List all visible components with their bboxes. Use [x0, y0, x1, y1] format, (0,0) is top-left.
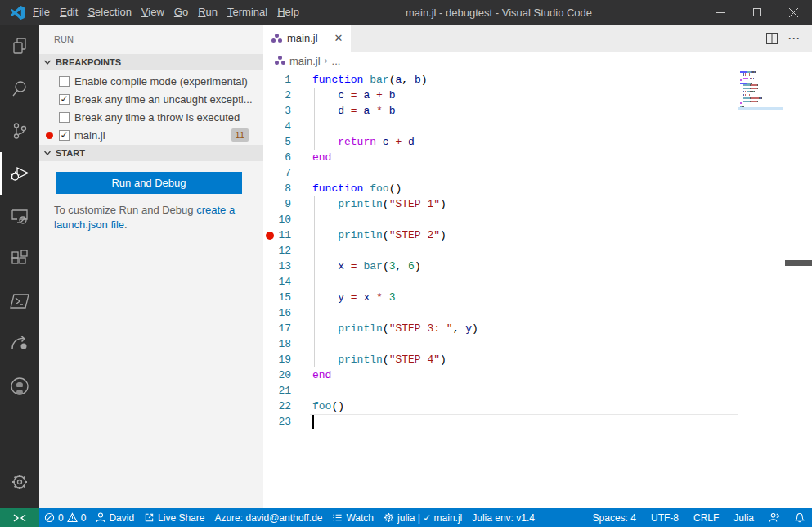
line-number: 21: [263, 383, 291, 399]
maximize-button[interactable]: [738, 0, 775, 25]
extensions-icon[interactable]: [0, 237, 39, 280]
code-line: 7: [263, 165, 812, 181]
code-line: 13 x = bar(3, 6): [263, 259, 812, 274]
current-line-highlight: [310, 414, 738, 430]
code-editor[interactable]: 1function bar(a, b)2 c = a + b3 d = a * …: [263, 70, 812, 508]
breakpoint-label: main.jl: [74, 129, 105, 142]
source-control-icon[interactable]: [0, 110, 39, 152]
code-line: 21: [263, 383, 812, 399]
remote-explorer-icon[interactable]: [0, 195, 39, 237]
code-line: 10: [263, 212, 812, 227]
checkbox[interactable]: ✓: [59, 130, 70, 141]
code-line: 5 return c + d: [263, 134, 812, 150]
powershell-terminal-icon[interactable]: [0, 280, 39, 322]
line-number: 6: [263, 150, 291, 165]
remote-icon: [13, 513, 26, 523]
checkbox[interactable]: [59, 112, 70, 123]
status-item-julia-env-v1-4[interactable]: Julia env: v1.4: [467, 508, 540, 527]
status-item-live-share[interactable]: Live Share: [139, 508, 209, 527]
checkbox[interactable]: ✓: [59, 94, 70, 105]
menu-selection[interactable]: Selection: [83, 0, 136, 25]
tab-bar: main.jl ✕ ⋯: [263, 25, 812, 52]
start-section-header[interactable]: START: [39, 145, 263, 161]
close-button[interactable]: [775, 0, 812, 25]
line-number: 16: [263, 305, 291, 321]
customize-hint: To customize Run and Debug create a laun…: [54, 203, 250, 232]
status-item-problems[interactable]: 00: [39, 508, 91, 527]
breakpoint-row[interactable]: ✓Break any time an uncaught excepti...: [39, 90, 263, 108]
status-item-azure-david-anthoff-de[interactable]: Azure: david@anthoff.de: [209, 508, 327, 527]
status-item-julia[interactable]: Julia: [726, 508, 761, 527]
breakpoint-dot-icon[interactable]: [266, 232, 274, 240]
code-text: function bar(a, b): [312, 72, 428, 88]
code-line: 16: [263, 305, 812, 321]
minimap-current-line: [738, 107, 783, 110]
status-item-gear[interactable]: julia | ✓ main.jl: [379, 508, 467, 527]
line-number: 2: [263, 88, 291, 103]
window-title: main.jl - debugtest - Visual Studio Code: [406, 7, 592, 19]
tab-main-jl[interactable]: main.jl ✕: [263, 25, 351, 52]
split-editor-icon[interactable]: [766, 33, 778, 44]
status-item-feedback[interactable]: [761, 508, 787, 527]
breakpoint-row[interactable]: Break any time a throw is executed: [39, 108, 263, 126]
breakpoint-row[interactable]: Enable compile mode (experimental): [39, 72, 263, 90]
github-icon[interactable]: [0, 365, 39, 408]
status-item-spaces-4[interactable]: Spaces: 4: [585, 508, 644, 527]
code-line: 14: [263, 274, 812, 290]
vscode-window: FileEditSelectionViewGoRunTerminalHelp m…: [0, 0, 812, 527]
run-and-debug-button[interactable]: Run and Debug: [56, 172, 242, 194]
breakpoint-row[interactable]: ✓main.jl11: [39, 126, 263, 144]
text-cursor: [312, 415, 314, 429]
line-number: 20: [263, 367, 291, 383]
line-number: 5: [263, 134, 291, 150]
vscode-logo-icon: [11, 6, 25, 20]
status-item-utf-8[interactable]: UTF-8: [644, 508, 686, 527]
menu-help[interactable]: Help: [272, 0, 304, 25]
breakpoint-dot-icon: [46, 132, 53, 139]
code-text: println("STEP 1"): [312, 196, 446, 212]
breakpoints-section-header[interactable]: BREAKPOINTS: [39, 54, 263, 70]
status-item-watch[interactable]: Watch: [327, 508, 379, 527]
code-line: 4: [263, 119, 812, 134]
status-item-person[interactable]: David: [91, 508, 139, 527]
menu-edit[interactable]: Edit: [55, 0, 83, 25]
code-line: 17 println("STEP 3: ", y): [263, 321, 812, 336]
close-tab-icon[interactable]: ✕: [334, 32, 343, 44]
line-number: 1: [263, 72, 291, 88]
code-text: function foo(): [312, 181, 402, 196]
line-number: 17: [263, 321, 291, 336]
explorer-icon[interactable]: [0, 25, 39, 67]
menu-file[interactable]: File: [28, 0, 55, 25]
status-item-crlf[interactable]: CRLF: [686, 508, 726, 527]
code-line: 19 println("STEP 4"): [263, 352, 812, 367]
menu-run[interactable]: Run: [193, 0, 222, 25]
menu-view[interactable]: View: [137, 0, 169, 25]
remote-indicator[interactable]: [0, 508, 39, 527]
window-controls: [702, 0, 812, 25]
breakpoint-count-badge: 11: [231, 128, 249, 142]
line-number: 3: [263, 103, 291, 119]
run-and-debug-icon[interactable]: [0, 152, 39, 195]
search-icon[interactable]: [0, 67, 39, 110]
breadcrumb[interactable]: main.jl › ...: [263, 52, 812, 70]
editor-actions: ⋯: [766, 25, 812, 52]
code-text: return c + d: [312, 134, 415, 150]
overview-ruler-cursor: [785, 260, 812, 266]
breakpoint-label: Enable compile mode (experimental): [74, 75, 248, 88]
code-text: c = a + b: [312, 88, 396, 103]
line-number: 19: [263, 352, 291, 367]
minimap[interactable]: [738, 70, 783, 184]
menu-terminal[interactable]: Terminal: [222, 0, 272, 25]
settings-gear-icon[interactable]: [0, 461, 39, 503]
code-line: 18: [263, 336, 812, 352]
live-share-icon[interactable]: [0, 322, 39, 365]
more-actions-icon[interactable]: ⋯: [787, 31, 801, 46]
line-number: 7: [263, 165, 291, 181]
minimize-button[interactable]: [702, 0, 738, 25]
checkbox[interactable]: [59, 76, 70, 87]
status-item-bell[interactable]: [787, 508, 812, 527]
breakpoint-label: Break any time a throw is executed: [74, 111, 240, 124]
menu-bar: FileEditSelectionViewGoRunTerminalHelp: [28, 0, 304, 25]
menu-go[interactable]: Go: [169, 0, 193, 25]
code-text: end: [312, 367, 331, 383]
